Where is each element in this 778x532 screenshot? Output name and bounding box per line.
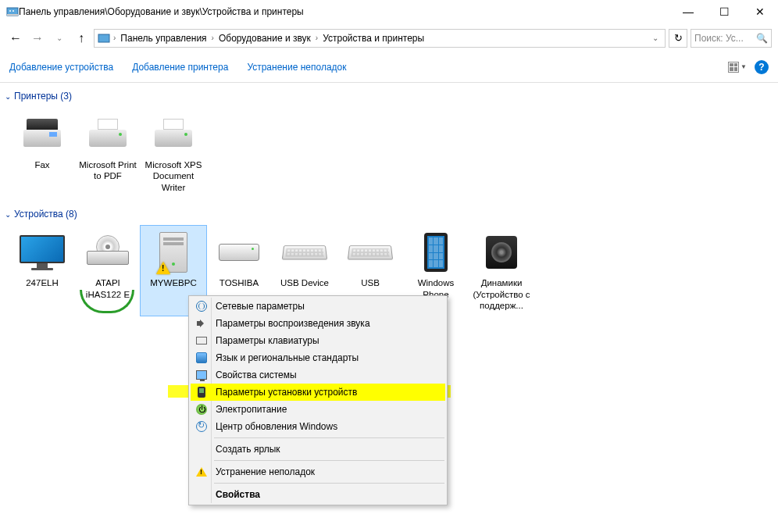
close-button[interactable]: ✕ (742, 0, 778, 23)
group-title: Устройства (8) (14, 209, 77, 220)
search-placeholder: Поиск: Ус... (694, 33, 753, 44)
menu-troubleshoot[interactable]: Устранение неполадок (191, 463, 445, 480)
svg-rect-4 (98, 34, 109, 42)
keyboard-icon (196, 337, 207, 345)
control-panel-icon (6, 5, 19, 18)
search-input[interactable]: Поиск: Ус... 🔍 (691, 29, 772, 48)
power-icon: ⏻ (196, 404, 207, 415)
menu-device-install-settings[interactable]: Параметры установки устройств (191, 384, 445, 401)
device-label: Microsoft XPS Document Writer (142, 159, 205, 193)
group-title: Принтеры (3) (14, 91, 72, 102)
external-hdd-icon (219, 244, 259, 261)
device-monitor[interactable]: 247ELH (9, 226, 75, 316)
content-area: ⌄ Принтеры (3) Fax Microsoft Print to PD… (0, 83, 778, 323)
update-icon (196, 421, 207, 432)
printer-icon (89, 119, 127, 150)
svg-point-3 (12, 10, 14, 12)
breadcrumb-item[interactable]: Оборудование и звук (216, 33, 314, 44)
menu-separator (214, 460, 444, 461)
chevron-right-icon[interactable]: › (316, 34, 318, 42)
group-header-devices[interactable]: ⌄ Устройства (8) (5, 205, 778, 223)
menu-sound-playback[interactable]: Параметры воспроизведения звука (191, 315, 445, 332)
menu-keyboard-settings[interactable]: Параметры клавиатуры (191, 332, 445, 349)
menu-separator (214, 437, 444, 438)
help-button[interactable]: ? (755, 60, 769, 74)
optical-drive-icon (87, 240, 129, 265)
device-ms-xps-writer[interactable]: Microsoft XPS Document Writer (141, 108, 206, 198)
dropdown-triangle-icon: ▼ (741, 63, 747, 70)
menu-properties[interactable]: Свойства (191, 486, 445, 503)
speaker-icon (486, 236, 517, 269)
control-panel-icon (98, 32, 110, 45)
device-fax[interactable]: Fax (9, 108, 75, 198)
group-header-printers[interactable]: ⌄ Принтеры (3) (5, 87, 778, 105)
context-menu: Сетевые параметры Параметры воспроизведе… (188, 295, 448, 505)
warning-icon (196, 467, 207, 477)
add-device-button[interactable]: Добавление устройства (9, 62, 113, 73)
device-label: Динамики (Устройство с поддерж... (470, 277, 533, 311)
menu-create-shortcut[interactable]: Создать ярлык (191, 441, 445, 458)
up-button[interactable]: ↑ (72, 29, 91, 48)
breadcrumb-item[interactable]: Панель управления (117, 33, 209, 44)
search-icon: 🔍 (756, 33, 768, 44)
chevron-right-icon[interactable]: › (212, 34, 214, 42)
device-icon (198, 387, 205, 398)
device-label: Fax (34, 159, 49, 170)
language-icon (196, 352, 207, 363)
minimize-button[interactable]: — (670, 0, 706, 23)
device-label: USB Device (280, 277, 329, 288)
menu-network-settings[interactable]: Сетевые параметры (191, 298, 445, 315)
add-printer-button[interactable]: Добавление принтера (132, 62, 228, 73)
view-options-button[interactable]: ▼ (728, 62, 747, 73)
menu-separator (214, 483, 444, 484)
keyboard-icon (348, 245, 393, 259)
chevron-down-icon: ⌄ (5, 210, 11, 219)
menu-windows-update[interactable]: Центр обновления Windows (191, 418, 445, 435)
breadcrumb-item[interactable]: Устройства и принтеры (319, 33, 427, 44)
refresh-button[interactable]: ↻ (669, 29, 687, 48)
chevron-down-icon: ⌄ (5, 92, 11, 101)
window-titlebar: Панель управления\Оборудование и звук\Ус… (0, 0, 778, 23)
keyboard-icon (282, 245, 327, 259)
svg-point-2 (9, 10, 11, 12)
svg-rect-1 (7, 14, 18, 16)
device-ms-print-pdf[interactable]: Microsoft Print to PDF (75, 108, 141, 198)
menu-system-properties[interactable]: Свойства системы (191, 366, 445, 384)
address-dropdown-button[interactable]: ⌄ (648, 34, 663, 42)
maximize-button[interactable]: ☐ (706, 0, 742, 23)
device-speakers[interactable]: Динамики (Устройство с поддерж... (469, 226, 534, 316)
menu-power-options[interactable]: ⏻Электропитание (191, 401, 445, 418)
chevron-right-icon[interactable]: › (113, 34, 116, 42)
address-breadcrumb[interactable]: › Панель управления › Оборудование и зву… (94, 29, 666, 48)
navigation-bar: ← → ⌄ ↑ › Панель управления › Оборудован… (0, 23, 778, 52)
window-title: Панель управления\Оборудование и звук\Ус… (19, 6, 670, 17)
phone-icon (424, 233, 448, 272)
device-label: 247ELH (26, 277, 59, 288)
printer-icon (155, 119, 192, 150)
forward-button[interactable]: → (28, 29, 47, 48)
system-icon (196, 370, 207, 380)
command-toolbar: Добавление устройства Добавление принтер… (0, 52, 778, 83)
device-label: MYWEBPC (150, 277, 196, 288)
recent-locations-button[interactable]: ⌄ (50, 29, 69, 48)
menu-language-region[interactable]: Язык и региональные стандарты (191, 349, 445, 366)
device-label: Microsoft Print to PDF (77, 159, 139, 182)
fax-icon (23, 119, 61, 150)
monitor-icon (20, 235, 65, 270)
globe-icon (196, 301, 207, 312)
device-label: USB (361, 277, 380, 288)
back-button[interactable]: ← (6, 29, 25, 48)
sound-icon (197, 319, 206, 328)
printers-list: Fax Microsoft Print to PDF Microsoft XPS… (5, 105, 778, 205)
warning-overlay-icon: ! (156, 262, 170, 276)
device-label: TOSHIBA (219, 277, 259, 288)
troubleshoot-button[interactable]: Устранение неполадок (247, 62, 346, 73)
